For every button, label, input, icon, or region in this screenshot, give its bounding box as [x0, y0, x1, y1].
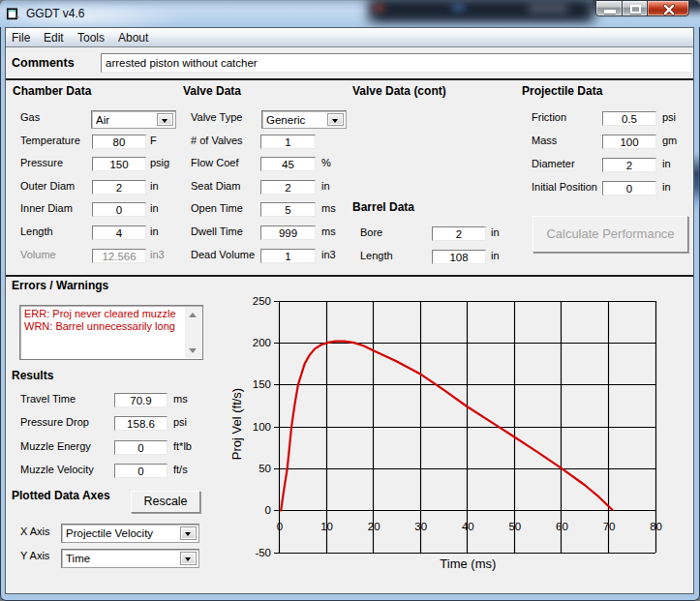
svg-text:50: 50 — [259, 463, 271, 474]
svg-text:150: 150 — [253, 378, 271, 390]
svg-text:50: 50 — [508, 521, 521, 532]
svg-text:250: 250 — [253, 295, 271, 307]
svg-text:-50: -50 — [255, 547, 271, 558]
svg-text:200: 200 — [253, 337, 271, 348]
svg-text:0: 0 — [265, 504, 271, 516]
svg-text:100: 100 — [253, 421, 271, 433]
svg-text:Time (ms): Time (ms) — [440, 556, 496, 571]
svg-text:40: 40 — [462, 521, 474, 532]
svg-text:0: 0 — [277, 521, 283, 532]
svg-text:20: 20 — [368, 521, 380, 532]
svg-text:30: 30 — [414, 521, 427, 532]
svg-text:70: 70 — [603, 521, 616, 532]
svg-text:Proj Vel (ft/s): Proj Vel (ft/s) — [229, 388, 244, 460]
svg-text:10: 10 — [320, 521, 333, 532]
svg-text:60: 60 — [556, 521, 568, 532]
svg-text:80: 80 — [650, 521, 662, 532]
